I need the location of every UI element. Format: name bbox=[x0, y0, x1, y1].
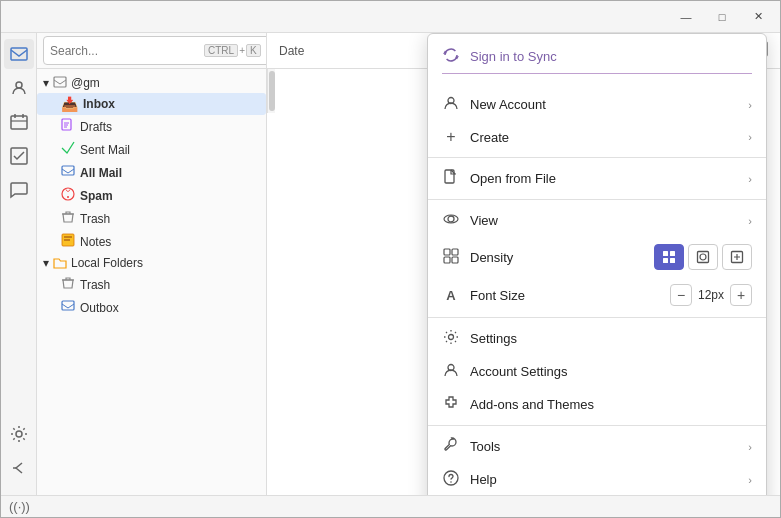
svg-point-35 bbox=[700, 254, 706, 260]
menu-section-3: View › Density bbox=[428, 200, 766, 318]
folder-drafts[interactable]: Drafts bbox=[37, 115, 266, 138]
menu-item-tools[interactable]: Tools › bbox=[428, 430, 766, 463]
calendar-icon bbox=[10, 113, 28, 131]
sync-label: Sign in to Sync bbox=[470, 49, 752, 64]
sync-divider bbox=[442, 73, 752, 74]
new-account-arrow: › bbox=[748, 99, 752, 111]
svg-rect-0 bbox=[11, 48, 27, 60]
help-label: Help bbox=[470, 472, 738, 487]
fontsize-plus-btn[interactable]: + bbox=[730, 284, 752, 306]
svg-point-1 bbox=[16, 82, 22, 88]
settings-menu-icon bbox=[442, 329, 460, 348]
folder-local-trash[interactable]: Trash bbox=[37, 273, 266, 296]
contacts-icon bbox=[10, 79, 28, 97]
density-spacious-btn[interactable] bbox=[722, 244, 752, 270]
open-file-icon bbox=[442, 169, 460, 188]
folder-notes[interactable]: Notes bbox=[37, 230, 266, 253]
svg-rect-34 bbox=[698, 252, 709, 263]
sidebar-item-contacts[interactable] bbox=[4, 73, 34, 103]
density-controls bbox=[654, 244, 752, 270]
gear-icon bbox=[10, 425, 28, 443]
new-account-label: New Account bbox=[470, 97, 738, 112]
folder-outbox[interactable]: Outbox bbox=[37, 296, 266, 319]
trash-label: Trash bbox=[80, 212, 110, 226]
folder-inbox[interactable]: 📥 Inbox bbox=[37, 93, 266, 115]
sidebar-item-tasks[interactable] bbox=[4, 141, 34, 171]
sidebar-item-calendar[interactable] bbox=[4, 107, 34, 137]
maximize-button[interactable]: □ bbox=[708, 6, 736, 28]
search-shortcut: CTRL + K bbox=[204, 44, 261, 57]
svg-rect-29 bbox=[452, 257, 458, 263]
sidebar-item-mail[interactable] bbox=[4, 39, 34, 69]
chat-icon bbox=[10, 181, 28, 199]
menu-section-1: New Account › + Create › bbox=[428, 84, 766, 158]
menu-section-2: Open from File › bbox=[428, 158, 766, 200]
density-normal-btn[interactable] bbox=[688, 244, 718, 270]
sync-icon bbox=[442, 47, 460, 66]
spam-icon bbox=[61, 187, 75, 204]
all-mail-label: All Mail bbox=[80, 166, 122, 180]
sidebar-item-chat[interactable] bbox=[4, 175, 34, 205]
content-area: Date ↑ Sign in to Sync bbox=[267, 33, 780, 495]
titlebar: — □ ✕ bbox=[1, 1, 780, 33]
search-input[interactable] bbox=[50, 44, 200, 58]
svg-point-14 bbox=[62, 188, 74, 200]
drafts-icon bbox=[61, 118, 75, 135]
create-icon: + bbox=[442, 128, 460, 146]
content-scrollbar[interactable] bbox=[267, 69, 275, 113]
account-email: @gm bbox=[71, 76, 100, 90]
minimize-button[interactable]: — bbox=[672, 6, 700, 28]
menu-item-view[interactable]: View › bbox=[428, 204, 766, 237]
fontsize-controls: − 12px + bbox=[670, 284, 752, 306]
menu-item-open-file[interactable]: Open from File › bbox=[428, 162, 766, 195]
folder-all-mail[interactable]: All Mail bbox=[37, 161, 266, 184]
svg-point-24 bbox=[448, 216, 454, 222]
svg-point-4 bbox=[16, 431, 22, 437]
settings-menu-label: Settings bbox=[470, 331, 752, 346]
svg-rect-26 bbox=[444, 249, 450, 255]
notes-label: Notes bbox=[80, 235, 111, 249]
menu-item-account-settings[interactable]: Account Settings bbox=[428, 355, 766, 388]
tools-label: Tools bbox=[470, 439, 738, 454]
addons-icon bbox=[442, 395, 460, 414]
icon-sidebar bbox=[1, 33, 37, 495]
menu-item-addons[interactable]: Add-ons and Themes bbox=[428, 388, 766, 421]
search-input-wrap[interactable]: CTRL + K bbox=[43, 36, 267, 65]
dropdown-menu: Sign in to Sync New Account › + bbox=[427, 33, 767, 495]
density-compact-btn[interactable] bbox=[654, 244, 684, 270]
account-settings-icon bbox=[442, 362, 460, 381]
fontsize-icon: A bbox=[442, 288, 460, 303]
menu-item-new-account[interactable]: New Account › bbox=[428, 88, 766, 121]
sidebar-item-back[interactable] bbox=[4, 453, 34, 483]
trash-icon bbox=[61, 210, 75, 227]
menu-item-create[interactable]: + Create › bbox=[428, 121, 766, 153]
fontsize-minus-btn[interactable]: − bbox=[670, 284, 692, 306]
view-arrow: › bbox=[748, 215, 752, 227]
fontsize-value: 12px bbox=[696, 288, 726, 302]
status-bar: ((·)) bbox=[1, 495, 780, 517]
menu-item-help[interactable]: Help › bbox=[428, 463, 766, 495]
view-label: View bbox=[470, 213, 738, 228]
svg-point-39 bbox=[444, 471, 458, 485]
account-settings-label: Account Settings bbox=[470, 364, 752, 379]
folder-tree: ▾ @gm 📥 Inbox Drafts bbox=[37, 69, 266, 495]
addons-label: Add-ons and Themes bbox=[470, 397, 752, 412]
close-button[interactable]: ✕ bbox=[744, 6, 772, 28]
local-folders-header[interactable]: ▾ Local Folders bbox=[37, 253, 266, 273]
tools-arrow: › bbox=[748, 441, 752, 453]
create-label: Create bbox=[470, 130, 738, 145]
open-file-arrow: › bbox=[748, 173, 752, 185]
folder-trash[interactable]: Trash bbox=[37, 207, 266, 230]
svg-point-15 bbox=[67, 196, 69, 198]
menu-item-settings[interactable]: Settings bbox=[428, 322, 766, 355]
svg-rect-33 bbox=[670, 258, 675, 263]
open-file-label: Open from File bbox=[470, 171, 738, 186]
folder-sent[interactable]: Sent Mail bbox=[37, 138, 266, 161]
folder-spam[interactable]: Spam bbox=[37, 184, 266, 207]
menu-item-density: Density bbox=[428, 237, 766, 277]
sidebar-item-settings[interactable] bbox=[4, 419, 34, 449]
help-icon bbox=[442, 470, 460, 489]
svg-rect-32 bbox=[663, 258, 668, 263]
menu-item-sync[interactable]: Sign in to Sync bbox=[428, 40, 766, 73]
account-header[interactable]: ▾ @gm bbox=[37, 73, 266, 93]
